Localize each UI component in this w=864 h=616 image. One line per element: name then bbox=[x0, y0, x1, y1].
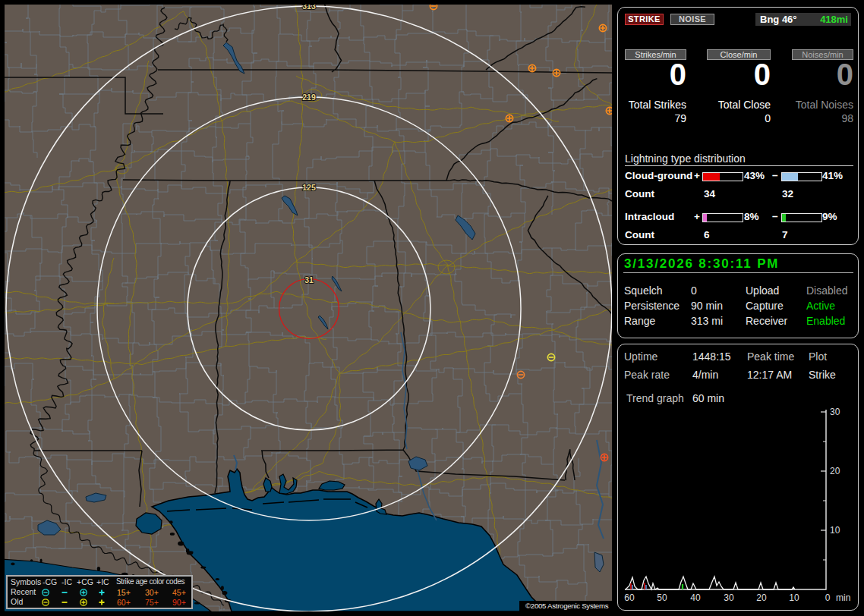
svg-text:10: 10 bbox=[830, 525, 840, 536]
svg-text:20: 20 bbox=[830, 466, 840, 476]
svg-text:min: min bbox=[836, 592, 850, 603]
svg-text:313: 313 bbox=[302, 5, 316, 11]
svg-text:40: 40 bbox=[690, 592, 701, 603]
svg-text:125: 125 bbox=[302, 183, 316, 192]
svg-text:31: 31 bbox=[304, 275, 314, 284]
svg-text:20: 20 bbox=[756, 592, 767, 603]
svg-text:30: 30 bbox=[830, 407, 840, 417]
svg-text:219: 219 bbox=[302, 93, 316, 102]
svg-text:30: 30 bbox=[724, 592, 734, 603]
svg-text:60: 60 bbox=[624, 592, 635, 603]
svg-text:50: 50 bbox=[657, 592, 667, 603]
svg-text:0: 0 bbox=[825, 592, 831, 603]
svg-text:10: 10 bbox=[789, 592, 799, 603]
